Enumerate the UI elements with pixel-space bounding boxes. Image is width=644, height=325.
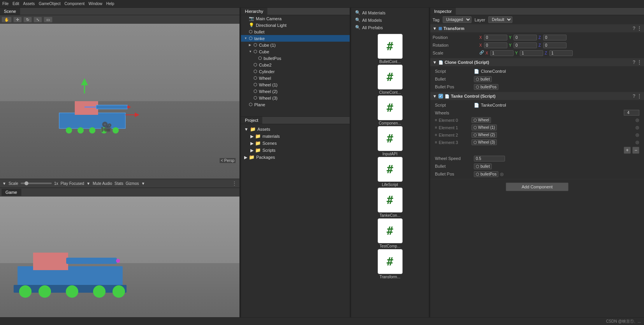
scene-tool-rect[interactable]: ▭ [44,17,53,23]
script-icon-bulletcont[interactable]: # BulletCont... [375,34,406,64]
menu-window[interactable]: Window [88,2,102,6]
transform-settings-icon[interactable]: ? [633,26,635,31]
rotation-z[interactable] [543,42,567,48]
position-x[interactable] [484,35,507,40]
hierarchy-item-cube1[interactable]: ▶ ⬡ Cube (1) [241,42,350,48]
clone-bulletpos-ref[interactable]: ⬡ bulletPos [474,84,498,90]
script-icon-clonecont[interactable]: # CloneCont... [375,65,406,95]
position-y[interactable] [514,35,537,40]
script-icon-lifescript[interactable]: # LifeScript [375,157,406,187]
menu-edit[interactable]: Edit [12,2,19,6]
play-focused-label[interactable]: Play Focused [60,181,84,186]
script-icon-testcomp[interactable]: # TestComp... [375,218,406,248]
hierarchy-item-wheel1[interactable]: ⬡ Wheel (1) [241,81,350,88]
rotation-y[interactable] [514,42,537,48]
tanke-bulletpos-target[interactable]: ◎ [500,172,504,177]
filter-all-prefabs[interactable]: 🔍 All Prefabs [353,24,427,31]
scene-tool-scale[interactable]: ⤡ [33,17,42,23]
wheel-speed-input[interactable] [474,156,505,162]
elem0-target-icon[interactable]: ◎ [635,118,639,123]
tab-scene[interactable]: Scene [0,8,20,15]
elem2-target-icon[interactable]: ◎ [635,132,639,137]
menu-gameobject[interactable]: GameObject [39,2,60,6]
filter-icon-models: 🔍 [355,18,361,23]
project-folder-materials[interactable]: ▶ 📁 materials [249,133,348,140]
wheels-count-input[interactable] [624,110,639,116]
project-folder-assets[interactable]: ▼ 📁 Assets [243,126,348,133]
script-icon-transform[interactable]: # Transform... [375,249,406,279]
clone-bullet-ref[interactable]: ⬡ bullet [474,76,492,82]
hierarchy-item-cube2[interactable]: ⬡ Cube2 [241,61,350,68]
tab-project[interactable]: Project [241,117,262,124]
project-folder-packages[interactable]: ▶ 📁 Packages [243,154,348,161]
gizmos-arrow[interactable]: ▼ [141,181,145,186]
clone-control-header[interactable]: ▼ 📄 Clone Control (Script) ? ⋮ [430,58,644,66]
tanke-control-header[interactable]: ▼ ✓ 📄 Tanke Control (Script) ? ⋮ [430,92,644,100]
scene-tool-move[interactable]: ✛ [13,17,22,23]
hierarchy-item-plane[interactable]: ⬡ Plane [241,101,350,108]
elem3-target-icon[interactable]: ◎ [635,140,639,145]
hierarchy-item-wheel3[interactable]: ⬡ Wheel (3) [241,95,350,101]
scene-bar-menu[interactable]: ⋮ [232,180,237,186]
menu-help[interactable]: Help [106,2,114,6]
script-icon-tankecon[interactable]: # TankeCon... [375,188,406,218]
tag-select[interactable]: Untagged [443,16,472,23]
scene-tool-rotate[interactable]: ↻ [23,17,32,23]
hierarchy-item-cylinder[interactable]: ⬡ Cylinder [241,68,350,75]
tanke-bulletpos-ref[interactable]: ⬡ bulletPos [474,171,498,177]
clone-settings-icon[interactable]: ? [633,60,635,65]
transform-header[interactable]: ▼ ⊞ Transform ? ⋮ [430,25,644,32]
wheel-elem1-ref[interactable]: ⬡ Wheel (1) [472,125,497,130]
tanke-bullet-ref[interactable]: ⬡ bullet [474,163,492,169]
play-focused-arrow[interactable]: ▼ [86,181,90,186]
wheel-elem2-ref[interactable]: ⬡ Wheel (2) [472,132,497,138]
elem1-target-icon[interactable]: ◎ [635,125,639,130]
add-component-button[interactable]: Add Component [506,183,569,191]
tab-hierarchy[interactable]: Hierarchy [241,8,267,15]
hierarchy-item-bullet[interactable]: ⬡ bullet [241,28,350,35]
wheel-elem3-ref[interactable]: ⬡ Wheel (3) [472,139,497,145]
script-icon-inputapi[interactable]: # InputAPI [375,126,406,156]
main-camera-icon: 📷 [249,16,254,21]
hierarchy-item-cube[interactable]: ▼ ⬡ Cube [241,48,350,55]
transform-more-icon[interactable]: ⋮ [637,26,642,31]
project-folder-scripts[interactable]: ▶ 📁 Scripts [249,147,348,154]
menu-component[interactable]: Component [65,2,85,6]
menu-file[interactable]: File [2,2,9,6]
clone-more-icon[interactable]: ⋮ [637,60,642,65]
scale-z[interactable] [549,50,573,56]
gizmos-label[interactable]: Gizmos [126,181,139,186]
script-icon-componen[interactable]: # Componen... [375,95,406,125]
tab-inspector[interactable]: Inspector [430,8,456,15]
hierarchy-item-tanke[interactable]: ▼ ⬡ tanke [241,35,350,42]
scale-slider[interactable] [21,183,52,184]
tanke-control-section: ▼ ✓ 📄 Tanke Control (Script) ? ⋮ Script … [430,92,644,179]
array-remove-btn[interactable]: − [632,147,639,154]
hierarchy-item-bulletpos[interactable]: ⬡ bulletPos [241,55,350,61]
scale-arrow[interactable]: ▼ [2,181,6,186]
mute-audio-label[interactable]: Mute Audio [93,181,112,186]
folder-icon-scenes: 📁 [255,141,261,146]
menu-assets[interactable]: Assets [23,2,35,6]
filter-all-models[interactable]: 🔍 All Models [353,17,427,23]
hierarchy-item-main-camera[interactable]: 📷 Main Camera [241,15,350,22]
layer-select[interactable]: Default [488,16,512,23]
filter-all-materials[interactable]: 🔍 All Materials [353,9,427,16]
stats-label[interactable]: Stats [114,181,123,186]
tanke-enabled-checkbox[interactable]: ✓ [438,94,443,98]
wheel-elem0-ref[interactable]: ⬡ Wheel [472,117,491,123]
tanke-more-icon[interactable]: ⋮ [637,93,642,99]
project-folder-scenes[interactable]: ▶ 📁 Scenes [249,140,348,147]
inspector-panel: Inspector Tag Untagged Layer Default ▼ ⊞… [430,8,644,317]
rotation-x[interactable] [484,42,507,48]
hierarchy-item-wheel[interactable]: ⬡ Wheel [241,75,350,81]
scale-x[interactable] [490,50,514,56]
tab-game[interactable]: Game [2,189,21,196]
tanke-settings-icon[interactable]: ? [633,93,635,99]
hierarchy-item-wheel2[interactable]: ⬡ Wheel (2) [241,88,350,95]
hierarchy-item-directional-light[interactable]: 💡 Directional Light [241,22,350,28]
scene-tool-hand[interactable]: ✋ [2,17,12,23]
array-add-btn[interactable]: + [624,147,631,154]
position-z[interactable] [543,35,567,40]
scale-y[interactable] [520,50,543,56]
